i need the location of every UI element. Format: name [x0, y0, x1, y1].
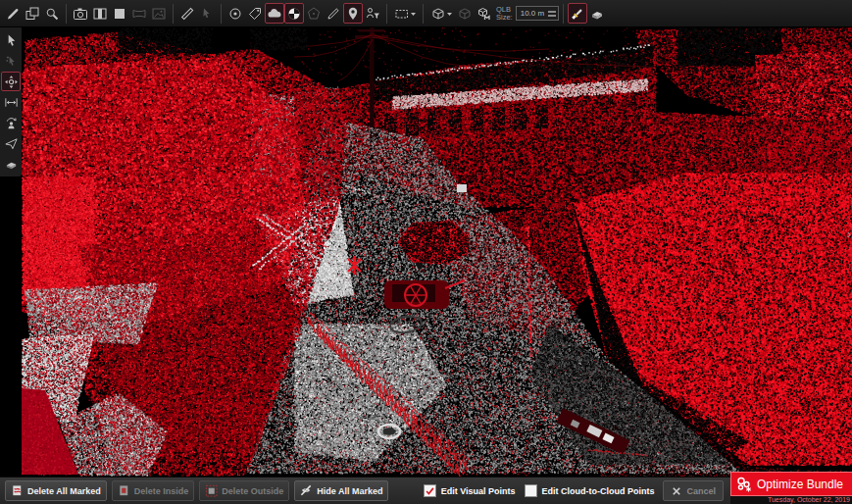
cube-modelspace-button[interactable]: [475, 3, 494, 24]
eraser-3d-icon: [589, 6, 605, 22]
qlb-size-input[interactable]: 10.0 m: [516, 6, 559, 21]
toolbar-separator: [563, 4, 564, 24]
button-label: Delete Inside: [134, 486, 189, 496]
panel-expand-handle[interactable]: ›: [847, 227, 851, 241]
split-view-icon: [92, 6, 108, 22]
cube-modelspace-icon: [476, 6, 492, 22]
tag-button[interactable]: [245, 3, 265, 24]
box-eraser-button[interactable]: [1, 154, 21, 174]
flashlight-button[interactable]: [568, 3, 587, 24]
traverse-filter-icon: [365, 6, 380, 22]
left-toolbar: [0, 27, 22, 176]
qlb-size-value: 10.0 m: [521, 9, 544, 18]
traverse-filter-button[interactable]: [363, 3, 382, 24]
fence-select-button[interactable]: [391, 3, 419, 24]
split-view-button[interactable]: [90, 3, 110, 24]
button-label: Hide All Marked: [317, 486, 382, 496]
location-pin-icon: [345, 6, 361, 22]
optimize-bundle-button[interactable]: Optimize Bundle: [730, 472, 852, 496]
limit-pentagon-icon: [306, 6, 322, 22]
cancel-button[interactable]: Cancel: [663, 480, 724, 501]
cascade-windows-button[interactable]: [23, 3, 42, 24]
location-pin-button[interactable]: [343, 3, 363, 24]
point-cloud-viewport[interactable]: [0, 27, 852, 477]
cube-plain-icon: [457, 6, 473, 22]
top-toolbar: QLB Size:10.0 m: [0, 0, 852, 27]
checkbox-box[interactable]: [424, 484, 436, 497]
cancel-x-icon: [671, 485, 682, 497]
optimize-bundle-container: Optimize Bundle Tuesday, October 22, 201…: [730, 472, 852, 504]
cube-view-button[interactable]: [427, 3, 455, 24]
panorama-button[interactable]: [129, 3, 149, 24]
sphere-bw-button[interactable]: [284, 3, 304, 24]
date-label: Tuesday, October 22, 2019: [730, 496, 852, 504]
checkbox-label: Edit Visual Points: [441, 486, 516, 496]
fly-nav-button[interactable]: [1, 133, 21, 153]
toolbar-separator: [386, 4, 387, 24]
check-icon: [425, 485, 435, 497]
target-circle-icon: [227, 6, 243, 22]
cube-view-icon: [430, 6, 446, 22]
eraser-3d-button[interactable]: [587, 3, 607, 24]
select-arrow-plus-button[interactable]: [1, 51, 21, 71]
pick-tool-button[interactable]: [3, 3, 23, 24]
dropdown-caret-icon[interactable]: [446, 6, 453, 22]
fly-nav-icon: [4, 136, 19, 151]
bottom-toolbar: Delete All MarkedDelete InsideDelete Out…: [0, 477, 852, 504]
hide-all-marked-button[interactable]: Hide All Marked: [294, 480, 388, 501]
optimize-bundle-label: Optimize Bundle: [757, 478, 843, 491]
zoom-region-button[interactable]: [42, 3, 62, 24]
target-circle-button[interactable]: [226, 3, 245, 24]
pick-tool-icon: [5, 6, 21, 22]
solid-panel-icon: [112, 6, 127, 22]
image-view-icon: [151, 6, 167, 22]
delete-inside-icon: [118, 484, 130, 497]
image-view-button[interactable]: [149, 3, 169, 24]
cursor-fly-icon: [199, 6, 215, 22]
select-arrow-icon: [4, 33, 19, 48]
edit-visual-points-checkbox[interactable]: Edit Visual Points: [424, 484, 516, 497]
delete-outside-icon: [205, 484, 218, 497]
cube-plain-button[interactable]: [455, 3, 475, 24]
cancel-label: Cancel: [686, 486, 716, 496]
flashlight-icon: [570, 6, 585, 22]
select-arrow-button[interactable]: [1, 30, 21, 50]
limit-pentagon-button[interactable]: [304, 3, 324, 24]
cascade-windows-icon: [25, 6, 40, 22]
toolbar-separator: [173, 4, 174, 24]
toolbar-separator: [423, 4, 424, 24]
button-label: Delete Outside: [222, 486, 283, 496]
cursor-fly-button[interactable]: [197, 3, 217, 24]
select-arrow-plus-icon: [4, 54, 19, 69]
measure-pen2-button[interactable]: [324, 3, 343, 24]
toolbar-separator: [66, 4, 67, 24]
pan-move-icon: [4, 75, 19, 89]
viewer-person-button[interactable]: [1, 113, 21, 132]
tag-icon: [247, 6, 263, 22]
qlb-spinner[interactable]: [548, 11, 556, 17]
point-cloud-icon: [267, 6, 282, 22]
measure-distance-icon: [4, 95, 19, 110]
measure-pen-icon: [179, 6, 195, 22]
delete-all-marked-button[interactable]: Delete All Marked: [5, 480, 107, 501]
camera-button[interactable]: [71, 3, 90, 24]
point-cloud-button[interactable]: [265, 3, 284, 24]
sphere-bw-icon: [286, 6, 302, 22]
delete-outside-button[interactable]: Delete Outside: [199, 480, 289, 501]
panorama-icon: [131, 6, 147, 22]
delete-inside-button[interactable]: Delete Inside: [112, 480, 195, 501]
checkbox-box[interactable]: [525, 484, 537, 497]
box-eraser-icon: [4, 157, 19, 172]
measure-pen-button[interactable]: [177, 3, 197, 24]
pan-move-button[interactable]: [1, 72, 21, 91]
camera-icon: [73, 6, 88, 22]
edit-cloud-to-cloud-points-checkbox[interactable]: Edit Cloud-to-Cloud Points: [525, 484, 655, 497]
hide-marked-icon: [300, 484, 313, 497]
toolbar-separator: [221, 4, 222, 24]
solid-panel-button[interactable]: [110, 3, 129, 24]
measure-distance-button[interactable]: [1, 92, 21, 112]
checkbox-label: Edit Cloud-to-Cloud Points: [542, 486, 655, 496]
delete-marked-icon: [11, 484, 24, 497]
bundle-icon: [735, 476, 753, 493]
dropdown-caret-icon[interactable]: [410, 6, 417, 22]
